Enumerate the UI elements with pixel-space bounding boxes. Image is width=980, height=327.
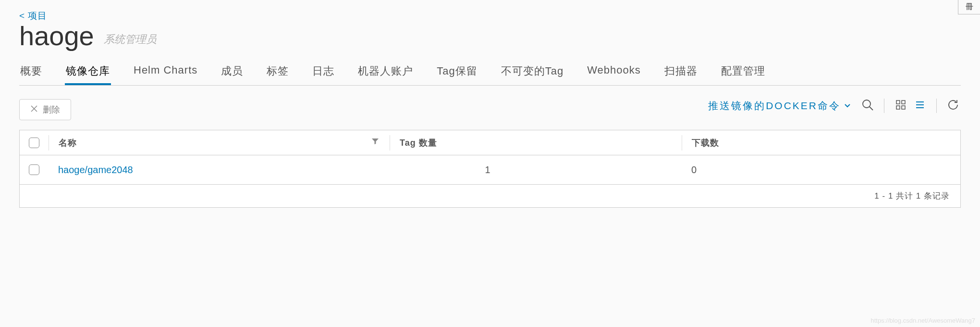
- card-view-button[interactable]: [893, 98, 908, 113]
- search-icon: [861, 98, 874, 113]
- watermark: https://blog.csdn.net/AwesomeWang7: [870, 317, 975, 324]
- tab-labels[interactable]: 标签: [266, 60, 290, 85]
- column-header-downloads[interactable]: 下载数: [682, 135, 960, 151]
- close-icon: [30, 105, 38, 115]
- svg-line-3: [870, 107, 873, 110]
- tab-repositories[interactable]: 镜像仓库: [65, 60, 111, 85]
- row-checkbox[interactable]: [29, 164, 39, 175]
- column-tagcount-label: Tag 数量: [400, 137, 437, 149]
- svg-point-2: [863, 100, 870, 108]
- svg-rect-7: [902, 106, 905, 109]
- repositories-table: 名称 Tag 数量 下载数 haoge/game2048 1 0 1 - 1 共…: [19, 130, 961, 208]
- tab-logs[interactable]: 日志: [311, 60, 335, 85]
- delete-button[interactable]: 删除: [19, 99, 71, 120]
- chevron-down-icon: [844, 100, 851, 112]
- tab-scanner[interactable]: 扫描器: [663, 60, 698, 85]
- cell-downloads: 0: [682, 164, 960, 176]
- corner-widget: 冊: [958, 0, 980, 14]
- corner-glyph: 冊: [966, 2, 973, 12]
- delete-label: 删除: [43, 104, 60, 115]
- push-command-label: 推送镜像的DOCKER命令: [708, 99, 841, 113]
- tab-tag-retention[interactable]: Tag保留: [436, 60, 478, 85]
- tab-configuration[interactable]: 配置管理: [720, 60, 766, 85]
- search-button[interactable]: [860, 98, 875, 113]
- filter-icon[interactable]: [371, 138, 379, 148]
- push-command-dropdown[interactable]: 推送镜像的DOCKER命令: [708, 99, 851, 113]
- column-name-label: 名称: [59, 137, 77, 149]
- tab-helm-charts[interactable]: Helm Charts: [133, 60, 198, 85]
- toolbar-divider: [884, 99, 884, 113]
- pagination-summary: 1 - 1 共计 1 条记录: [20, 184, 960, 207]
- tab-webhooks[interactable]: Webhooks: [586, 60, 642, 85]
- cell-tag-count: 1: [390, 164, 682, 176]
- tabs: 概要 镜像仓库 Helm Charts 成员 标签 日志 机器人账户 Tag保留…: [19, 60, 961, 86]
- repository-link[interactable]: haoge/game2048: [58, 164, 133, 175]
- tab-immutable-tag[interactable]: 不可变的Tag: [500, 60, 564, 85]
- list-icon: [915, 100, 925, 112]
- grid-icon: [895, 100, 906, 112]
- refresh-icon: [947, 99, 959, 113]
- table-row: haoge/game2048 1 0: [20, 155, 960, 184]
- select-all-checkbox[interactable]: [29, 138, 39, 148]
- list-view-button[interactable]: [912, 98, 928, 113]
- column-header-name[interactable]: 名称: [49, 135, 390, 151]
- tab-robot-accounts[interactable]: 机器人账户: [357, 60, 414, 85]
- role-label: 系统管理员: [104, 32, 157, 51]
- tab-summary[interactable]: 概要: [19, 60, 43, 85]
- toolbar-divider-2: [936, 99, 937, 113]
- column-header-tag-count[interactable]: Tag 数量: [390, 135, 682, 151]
- svg-rect-6: [896, 106, 900, 109]
- svg-rect-5: [902, 101, 905, 104]
- svg-rect-4: [896, 101, 900, 104]
- refresh-button[interactable]: [945, 98, 961, 113]
- column-downloads-label: 下载数: [692, 137, 719, 149]
- breadcrumb-label: < 项目: [19, 11, 47, 21]
- page-title: haoge: [19, 20, 94, 51]
- tab-members[interactable]: 成员: [220, 60, 244, 85]
